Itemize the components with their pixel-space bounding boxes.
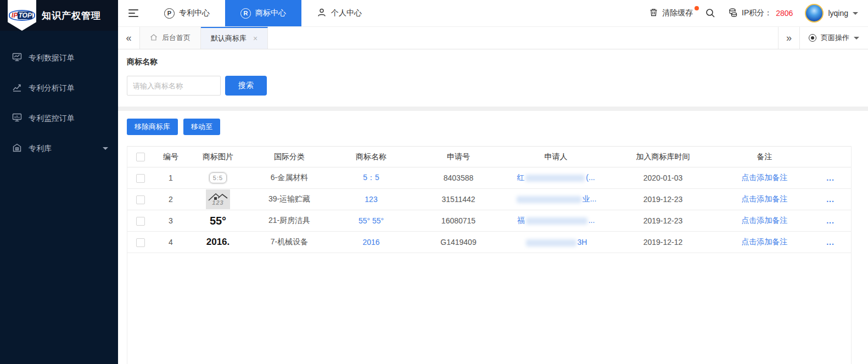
applicant-link[interactable]: 3H bbox=[525, 238, 587, 247]
tabs-scroll-right-icon[interactable]: » bbox=[778, 27, 800, 49]
sidebar-item-patent-data-orders[interactable]: 专利数据订单 bbox=[0, 43, 118, 73]
add-remark-link[interactable]: 点击添加备注 bbox=[742, 194, 788, 203]
table-panel: 编号 商标图片 国际分类 商标名称 申请号 申请人 加入商标库时间 备注 bbox=[127, 146, 852, 364]
add-remark-link[interactable]: 点击添加备注 bbox=[742, 216, 788, 225]
row-number: 1 bbox=[154, 167, 188, 189]
added-date: 2019-12-23 bbox=[607, 210, 719, 232]
target-icon bbox=[809, 34, 816, 42]
table-row: 4 2016. 7-机械设备 2016 G1419409 3H 2019-12-… bbox=[127, 232, 851, 253]
logo-top-text: TOP bbox=[18, 12, 32, 19]
topbar: P 专利中心 R 商标中心 个人中心 清除缓存 bbox=[118, 0, 868, 26]
intl-class: 21-厨房洁具 bbox=[248, 210, 331, 232]
search-field-label: 商标名称 bbox=[127, 57, 859, 67]
trash-icon bbox=[649, 8, 658, 19]
applicant-link[interactable]: 业... bbox=[516, 194, 597, 203]
table-row: 2 123 39-运输贮藏 123 31511442 业... bbox=[127, 189, 851, 210]
applicant-link[interactable]: 红(... bbox=[517, 173, 595, 182]
row-checkbox[interactable] bbox=[136, 238, 145, 247]
sidebar-item-patent-library[interactable]: 专利库 bbox=[0, 133, 118, 164]
nav-patent-center[interactable]: P 专利中心 bbox=[149, 0, 225, 26]
col-header-image: 商标图片 bbox=[188, 147, 248, 167]
sidebar-nav: 专利数据订单 专利分析订单 专利监控订单 专利库 bbox=[0, 31, 118, 164]
trademark-image: 55° bbox=[210, 215, 226, 227]
nav-personal-center[interactable]: 个人中心 bbox=[301, 0, 377, 26]
trademark-name-link[interactable]: 5：5 bbox=[363, 173, 379, 182]
move-to-button[interactable]: 移动至 bbox=[183, 119, 220, 135]
ip-points-value: 2806 bbox=[776, 9, 793, 18]
application-number: G1419409 bbox=[412, 232, 505, 253]
page-operations-dropdown[interactable]: 页面操作 bbox=[800, 27, 868, 49]
close-icon[interactable]: × bbox=[253, 34, 257, 43]
row-checkbox[interactable] bbox=[136, 174, 145, 183]
added-date: 2020-01-03 bbox=[607, 167, 719, 189]
monitor-bars-icon bbox=[12, 113, 22, 124]
trademark-name-link[interactable]: 55° 55° bbox=[359, 216, 384, 225]
sidebar-item-label: 专利库 bbox=[29, 144, 52, 154]
col-header-intl-class: 国际分类 bbox=[248, 147, 331, 167]
sidebar-item-label: 专利监控订单 bbox=[29, 114, 75, 124]
more-actions-link[interactable]: ... bbox=[826, 238, 835, 247]
chevron-down-icon bbox=[853, 12, 858, 15]
tab-default-trademark-library[interactable]: 默认商标库 × bbox=[201, 27, 268, 49]
application-number: 16080715 bbox=[412, 210, 505, 232]
row-checkbox[interactable] bbox=[136, 217, 145, 226]
username: lyqing bbox=[828, 9, 848, 18]
database-icon bbox=[728, 8, 738, 19]
sidebar-item-patent-analysis-orders[interactable]: 专利分析订单 bbox=[0, 73, 118, 103]
col-header-name: 商标名称 bbox=[331, 147, 412, 167]
col-header-applicant: 申请人 bbox=[505, 147, 607, 167]
trademark-name-link[interactable]: 123 bbox=[365, 195, 377, 204]
table-row: 1 5:5 6-金属材料 5：5 8403588 红(... 2020-01-0… bbox=[127, 167, 851, 189]
tabbar: « 后台首页 默认商标库 × » 页面操作 bbox=[118, 26, 868, 49]
ip-points-label: IP积分： bbox=[742, 8, 772, 18]
applicant-link[interactable]: 福... bbox=[517, 216, 595, 225]
ip-points[interactable]: IP积分：2806 bbox=[728, 8, 793, 19]
sidebar: IPTOP 知识产权管理 专利数据订单 专利分析订单 专利监控 bbox=[0, 0, 118, 364]
redacted-text bbox=[526, 217, 587, 225]
table-header-row: 编号 商标图片 国际分类 商标名称 申请号 申请人 加入商标库时间 备注 bbox=[127, 147, 851, 167]
select-all-checkbox[interactable] bbox=[136, 153, 145, 161]
clear-cache-button[interactable]: 清除缓存 bbox=[649, 8, 693, 19]
trademark-r-icon: R bbox=[240, 8, 251, 19]
search-button[interactable]: 搜索 bbox=[225, 76, 267, 96]
sidebar-item-patent-monitor-orders[interactable]: 专利监控订单 bbox=[0, 103, 118, 133]
trademark-table: 编号 商标图片 国际分类 商标名称 申请号 申请人 加入商标库时间 备注 bbox=[127, 146, 851, 253]
row-number: 4 bbox=[154, 232, 188, 253]
search-icon[interactable] bbox=[705, 8, 716, 19]
search-section: 商标名称 搜索 bbox=[118, 49, 868, 107]
trend-chart-icon bbox=[12, 82, 22, 94]
nav-trademark-center[interactable]: R 商标中心 bbox=[225, 0, 301, 26]
added-date: 2019-12-12 bbox=[607, 232, 719, 253]
tabs-scroll-left-icon[interactable]: « bbox=[118, 27, 140, 49]
menu-collapse-icon[interactable] bbox=[118, 0, 149, 26]
tab-home[interactable]: 后台首页 bbox=[140, 27, 201, 49]
row-checkbox[interactable] bbox=[136, 195, 145, 204]
add-remark-link[interactable]: 点击添加备注 bbox=[742, 173, 788, 182]
application-number: 31511442 bbox=[412, 189, 505, 210]
content-area: 商标名称 搜索 移除商标库 移动至 bbox=[118, 49, 868, 364]
app-title: 知识产权管理 bbox=[42, 9, 101, 22]
trademark-name-input[interactable] bbox=[127, 76, 221, 96]
col-header-added-time: 加入商标库时间 bbox=[607, 147, 719, 167]
section-divider bbox=[118, 107, 868, 111]
app-window: IPTOP 知识产权管理 专利数据订单 专利分析订单 专利监控 bbox=[0, 0, 868, 364]
add-remark-link[interactable]: 点击添加备注 bbox=[742, 237, 788, 246]
added-date: 2019-12-23 bbox=[607, 189, 719, 210]
more-actions-link[interactable]: ... bbox=[826, 195, 835, 204]
trademark-image: 2016. bbox=[206, 237, 230, 247]
more-actions-link[interactable]: ... bbox=[826, 173, 835, 182]
table-row: 3 55° 21-厨房洁具 55° 55° 16080715 福... 2019… bbox=[127, 210, 851, 232]
col-header-app-no: 申请号 bbox=[412, 147, 505, 167]
remove-from-library-button[interactable]: 移除商标库 bbox=[127, 119, 178, 135]
person-icon bbox=[317, 8, 327, 19]
col-header-remark: 备注 bbox=[719, 147, 810, 167]
user-menu[interactable]: lyqing bbox=[805, 4, 858, 23]
redacted-text bbox=[526, 239, 576, 247]
row-number: 3 bbox=[154, 210, 188, 232]
trademark-name-link[interactable]: 2016 bbox=[362, 238, 379, 247]
notification-dot bbox=[695, 6, 699, 10]
more-actions-link[interactable]: ... bbox=[826, 216, 835, 225]
chevron-down-icon bbox=[103, 147, 108, 150]
application-number: 8403588 bbox=[412, 167, 505, 189]
patent-p-icon: P bbox=[164, 8, 175, 19]
